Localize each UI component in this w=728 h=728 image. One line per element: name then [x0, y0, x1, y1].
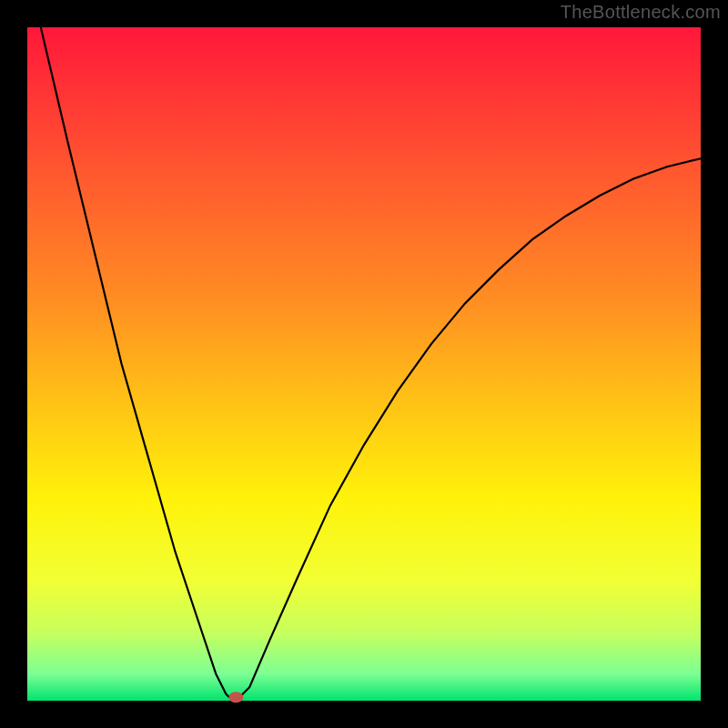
bottleneck-chart	[0, 0, 728, 728]
minimum-marker	[228, 692, 243, 703]
plot-background	[27, 27, 701, 701]
chart-frame: { "watermark": "TheBottleneck.com", "cha…	[0, 0, 728, 728]
